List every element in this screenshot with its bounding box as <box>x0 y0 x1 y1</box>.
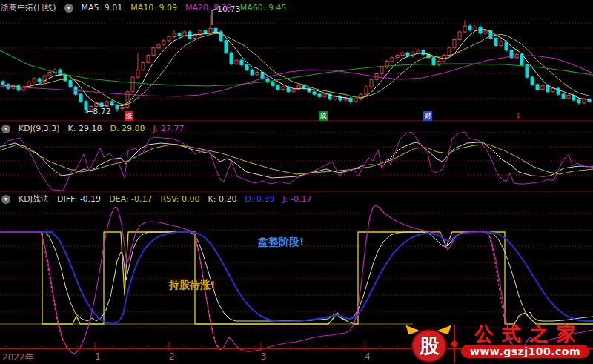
logo-text-block: 公式之家 www.gszj100.com <box>461 323 589 358</box>
x-axis-label: 3 <box>261 351 267 362</box>
consolidation-annotation: 盘整阶段! <box>258 236 304 249</box>
x-axis-label: 2022年 <box>2 351 34 364</box>
bull-stock-icon: 股 <box>408 323 449 363</box>
site-logo: 股 公式之家 www.gszj100.com <box>408 323 589 363</box>
dea-value: DEA: -0.17 <box>109 194 152 204</box>
x-axis-label: 1 <box>95 351 101 362</box>
kdj-zf-panel-header: ▾ KDJ战法 DIFF: -0.19 DEA: -0.17 RSV: 0.00… <box>1 193 312 205</box>
x-axis-label: 2 <box>169 351 175 362</box>
price-panel-header: 浙商中拓(日线) ▾ MA5: 9.01 MA10: 9.09 MA20: 9.… <box>1 2 286 13</box>
separator-marker-icon: $ <box>514 111 523 121</box>
d-value: D: 0.39 <box>245 194 274 204</box>
diff-value: DIFF: -0.19 <box>57 194 101 204</box>
k-value: K: 0.20 <box>208 194 237 204</box>
diamond-icon <box>450 340 458 348</box>
stock-title: 浙商中拓(日线) <box>1 2 56 13</box>
chart-canvas <box>0 0 593 364</box>
ma60-legend: MA60: 9.45 <box>240 3 287 13</box>
x-axis-label: 4 <box>365 351 371 362</box>
j-value: J: -0.17 <box>283 194 312 204</box>
logo-divider <box>454 325 455 363</box>
trading-app-window: { "title_bar": { "title": "浙商中拓(日线)" }, … <box>0 0 593 364</box>
kdj-j-value: J: 27.77 <box>153 124 185 133</box>
kdj-indicator-name[interactable]: KDJ(9,3,3) <box>19 124 60 133</box>
kdj-panel-header: ▾ KDJ(9,3,3) K: 29.18 D: 29.88 J: 27.77 <box>1 124 185 133</box>
logo-symbol: 股 <box>411 329 447 363</box>
separator-marker-icon: 财 <box>423 111 432 121</box>
logo-site-url[interactable]: www.gszj100.com <box>461 345 589 358</box>
hold-annotation: 持股待涨! <box>169 279 215 292</box>
chevron-down-icon[interactable]: ▾ <box>1 195 10 204</box>
chevron-down-icon[interactable]: ▾ <box>64 4 73 13</box>
kdj-k-value: K: 29.18 <box>68 124 102 133</box>
kdj-zf-indicator-name[interactable]: KDJ战法 <box>19 193 49 205</box>
kdj-d-value: D: 29.88 <box>110 124 145 133</box>
ma10-legend: MA10: 9.09 <box>130 3 177 13</box>
ma5-legend: MA5: 9.01 <box>82 3 123 13</box>
chevron-down-icon[interactable]: ▾ <box>1 125 10 133</box>
separator-marker-icon: 涨 <box>125 111 133 121</box>
low-price-annotation: ←8.72 <box>86 107 111 116</box>
rsv-value: RSV: 0.00 <box>161 194 200 204</box>
logo-site-name: 公式之家 <box>466 323 584 344</box>
separator-marker-icon: 成 <box>319 111 328 121</box>
high-price-annotation: 10.73 <box>217 4 241 14</box>
